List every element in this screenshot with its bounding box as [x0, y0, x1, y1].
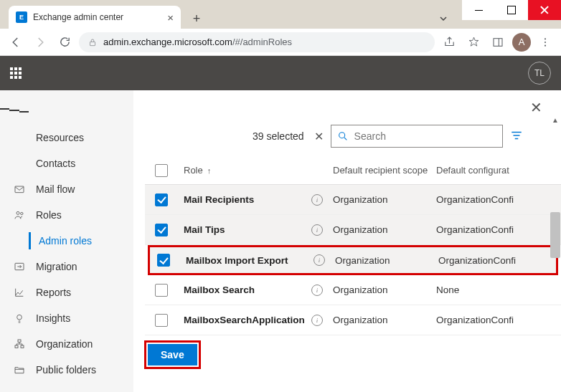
- row-config: None: [436, 285, 561, 295]
- row-checkbox[interactable]: [155, 193, 168, 206]
- browser-tab-active[interactable]: E Exchange admin center ×: [9, 6, 181, 29]
- save-button[interactable]: Save: [148, 344, 197, 365]
- app-top-bar: TL: [0, 56, 561, 90]
- search-input[interactable]: Search: [331, 125, 503, 148]
- row-config: OrganizationConfi: [436, 194, 561, 205]
- info-icon[interactable]: i: [314, 254, 325, 266]
- migration-icon: [13, 261, 26, 272]
- svg-rect-0: [90, 42, 95, 45]
- url-host: admin.exchange.microsoft.com: [103, 37, 232, 47]
- new-tab-button[interactable]: +: [187, 9, 207, 29]
- sidebar-item-roles[interactable]: Roles: [0, 202, 133, 228]
- side-panel-icon[interactable]: [488, 32, 508, 52]
- column-scope[interactable]: Default recipient scope: [333, 165, 436, 176]
- info-icon[interactable]: i: [311, 194, 323, 206]
- tabs-dropdown-button[interactable]: [433, 9, 453, 29]
- row-scope: Organization: [333, 285, 436, 295]
- sidebar: ResourcesContactsMail flowRolesAdmin rol…: [0, 90, 133, 392]
- svg-point-5: [544, 44, 546, 46]
- sidebar-item-insights[interactable]: Insights: [0, 305, 133, 331]
- selected-count: 39 selected: [253, 130, 304, 142]
- sidebar-item-label: Insights: [36, 312, 70, 324]
- sidebar-item-label: Mail flow: [36, 183, 75, 195]
- roles-icon: [13, 209, 26, 221]
- row-checkbox[interactable]: [155, 314, 168, 327]
- info-icon[interactable]: i: [311, 285, 323, 296]
- column-config[interactable]: Default configurat: [436, 165, 561, 176]
- search-placeholder: Search: [354, 130, 386, 142]
- sidebar-item-label: Admin roles: [39, 235, 92, 247]
- info-icon[interactable]: i: [311, 315, 323, 326]
- table-row[interactable]: Mailbox SearchiOrganizationNone: [145, 275, 561, 305]
- select-all-checkbox[interactable]: [155, 164, 168, 177]
- app-launcher-icon[interactable]: [10, 67, 22, 79]
- info-icon[interactable]: i: [311, 224, 323, 236]
- window-maximize-button[interactable]: [495, 0, 528, 20]
- tab-title: Exchange admin center: [33, 12, 161, 22]
- share-icon[interactable]: [439, 32, 459, 52]
- window-close-button[interactable]: [528, 0, 561, 20]
- row-config: OrganizationConfi: [438, 255, 556, 266]
- sort-asc-icon: ↑: [207, 166, 212, 175]
- profile-avatar[interactable]: A: [512, 33, 531, 52]
- row-scope: Organization: [333, 194, 436, 205]
- role-name: MailboxSearchApplication: [184, 315, 305, 325]
- sidebar-item-label: Roles: [36, 209, 62, 221]
- search-icon: [337, 130, 349, 142]
- bookmark-star-icon[interactable]: [463, 32, 484, 52]
- svg-point-3: [544, 38, 546, 39]
- row-checkbox[interactable]: [155, 224, 168, 236]
- sidebar-item-mail-flow[interactable]: Mail flow: [0, 176, 133, 202]
- sidebar-item-reports[interactable]: Reports: [0, 279, 133, 305]
- browser-menu-icon[interactable]: [535, 32, 555, 52]
- insights-icon: [13, 312, 26, 324]
- tab-close-icon[interactable]: ×: [167, 11, 174, 24]
- row-config: OrganizationConfi: [436, 315, 561, 325]
- nav-forward-button[interactable]: [30, 32, 50, 52]
- exchange-favicon: E: [16, 11, 27, 23]
- svg-rect-12: [15, 345, 18, 348]
- window-minimize-button[interactable]: [462, 0, 495, 20]
- lock-icon: [88, 37, 98, 47]
- svg-point-7: [16, 211, 19, 214]
- nav-reload-button[interactable]: [55, 32, 75, 52]
- nav-back-button[interactable]: [6, 32, 26, 52]
- sidebar-item-admin-roles[interactable]: Admin roles: [0, 228, 133, 254]
- table-row[interactable]: Mail RecipientsiOrganizationOrganization…: [145, 185, 561, 215]
- role-name: Mailbox Import Export: [186, 255, 288, 266]
- table-row[interactable]: MailboxSearchApplicationiOrganizationOrg…: [145, 305, 561, 335]
- sidebar-item-label: Public folders: [36, 364, 96, 376]
- sidebar-item-migration[interactable]: Migration: [0, 254, 133, 279]
- scrollbar-thumb[interactable]: [550, 212, 560, 258]
- role-name: Mailbox Search: [184, 285, 255, 295]
- sidebar-item-public-folders[interactable]: Public folders: [0, 357, 133, 383]
- url-path: /#/adminRoles: [232, 37, 292, 47]
- sidebar-item-resources[interactable]: Resources: [0, 125, 133, 150]
- sidebar-item-organization[interactable]: Organization: [0, 331, 133, 357]
- svg-point-14: [339, 133, 344, 138]
- folders-icon: [13, 364, 26, 376]
- url-field[interactable]: admin.exchange.microsoft.com/#/adminRole…: [79, 32, 435, 52]
- svg-rect-6: [15, 186, 24, 193]
- role-name: Mail Tips: [184, 224, 225, 235]
- row-checkbox[interactable]: [155, 284, 168, 297]
- clear-selection-icon[interactable]: ✕: [314, 130, 324, 143]
- tenant-avatar[interactable]: TL: [528, 62, 551, 85]
- role-name: Mail Recipients: [184, 194, 254, 205]
- row-checkbox[interactable]: [157, 254, 170, 267]
- hamburger-icon[interactable]: [0, 96, 29, 125]
- sidebar-item-label: Reports: [36, 287, 71, 298]
- sidebar-item-label: Organization: [36, 338, 93, 350]
- row-scope: Organization: [335, 255, 438, 266]
- org-icon: [13, 338, 26, 350]
- svg-point-10: [17, 315, 22, 320]
- sidebar-item-contacts[interactable]: Contacts: [0, 150, 133, 176]
- svg-line-15: [344, 138, 346, 140]
- row-config: OrganizationConfi: [436, 224, 561, 235]
- table-row[interactable]: Mailbox Import ExportiOrganizationOrgani…: [148, 245, 558, 275]
- table-row[interactable]: Mail TipsiOrganizationOrganizationConfi: [145, 215, 561, 245]
- filter-icon[interactable]: [510, 130, 523, 143]
- panel-close-icon[interactable]: ✕: [530, 99, 542, 116]
- column-role[interactable]: Role↑: [184, 165, 333, 176]
- scroll-up-arrow[interactable]: ▲: [552, 116, 559, 124]
